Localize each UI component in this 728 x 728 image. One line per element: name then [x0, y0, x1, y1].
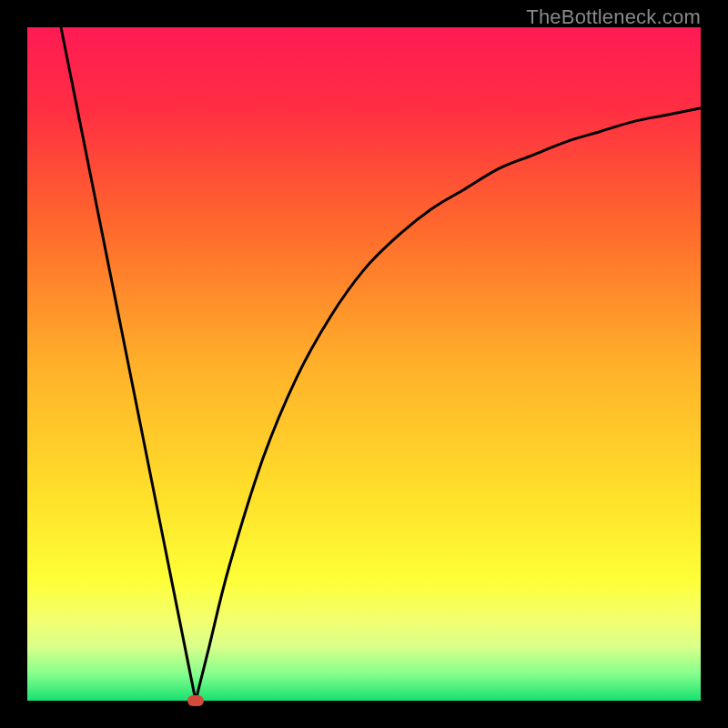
bottleneck-curve — [61, 27, 701, 716]
minimum-marker — [187, 695, 204, 706]
curve-layer — [27, 27, 701, 701]
watermark-text: TheBottleneck.com — [526, 5, 701, 29]
chart-frame: TheBottleneck.com — [0, 0, 728, 728]
